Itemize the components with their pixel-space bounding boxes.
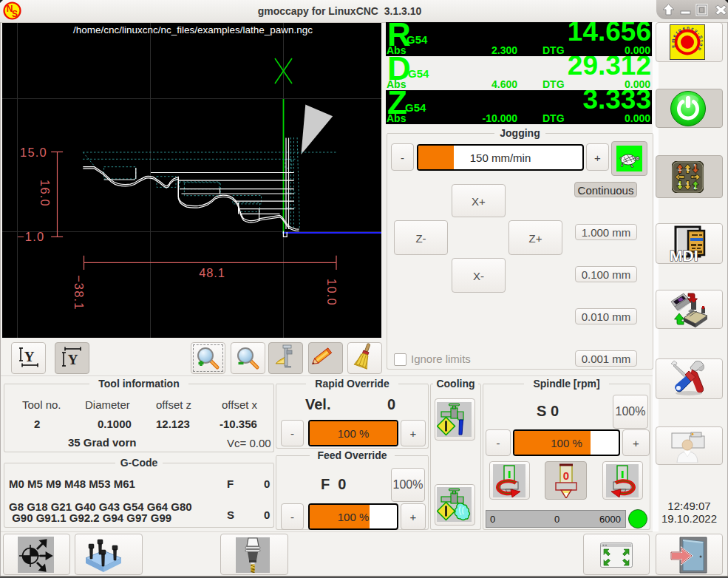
svg-text:10.0: 10.0 xyxy=(325,279,339,306)
svg-text:X+: X+ xyxy=(693,175,698,179)
svg-text:Z-: Z- xyxy=(694,163,697,167)
svg-text:Y-: Y- xyxy=(686,182,689,186)
svg-text:−38.1: −38.1 xyxy=(72,275,86,310)
svg-text:X-: X- xyxy=(678,175,681,179)
svg-text:/home/cnc/linuxcnc/nc_files/ex: /home/cnc/linuxcnc/nc_files/examples/lat… xyxy=(73,24,313,35)
svg-text:48.1: 48.1 xyxy=(199,266,225,279)
svg-text:A+: A+ xyxy=(694,186,698,190)
svg-text:Y+: Y+ xyxy=(686,168,690,171)
svg-text:Y: Y xyxy=(68,352,78,367)
svg-text:15.0: 15.0 xyxy=(20,146,47,159)
svg-text:16.0: 16.0 xyxy=(38,180,52,207)
svg-text:Z+: Z+ xyxy=(678,168,682,171)
svg-text:Y: Y xyxy=(24,349,35,364)
svg-text:S: S xyxy=(12,9,18,19)
svg-text:−1.0: −1.0 xyxy=(17,230,44,243)
svg-text:A-: A- xyxy=(678,182,682,186)
svg-text:MDI: MDI xyxy=(670,247,698,262)
svg-text:0: 0 xyxy=(563,469,569,482)
